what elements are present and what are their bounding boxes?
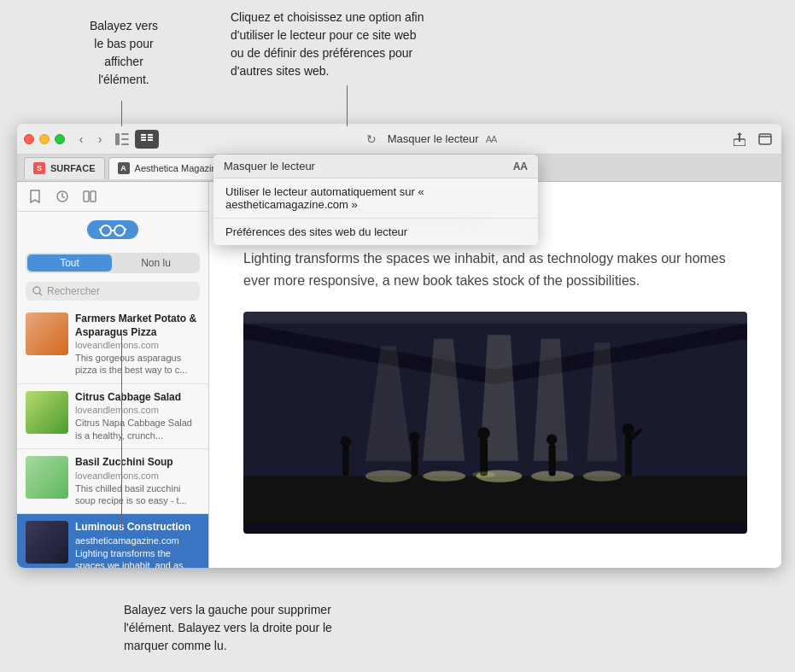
svg-rect-25 [243,476,747,523]
item-source: loveandlemons.com [75,470,200,481]
svg-rect-9 [148,139,153,141]
new-tab-button[interactable] [756,130,775,149]
svg-rect-2 [121,138,129,140]
list-item[interactable]: Basil Zucchini Soup loveandlemons.com Th… [17,449,208,514]
item-source: loveandlemons.com [75,340,200,350]
article-image [243,312,747,534]
svg-rect-14 [91,191,96,202]
address-center: ↻ Masquer le lecteur AA [362,130,497,149]
svg-point-16 [114,225,125,236]
item-title: Basil Zucchini Soup [75,456,200,470]
annotation-top-right: Cliquez et choisissez une option afind'u… [231,9,521,80]
dropdown-item-auto[interactable]: Utiliser le lecteur automatiquement sur … [213,178,538,219]
dropdown-item-prefs[interactable]: Préférences des sites web du lecteur [213,219,538,245]
svg-rect-37 [549,444,556,476]
svg-point-36 [477,428,489,440]
item-desc: Citrus Napa Cabbage Salad is a healthy, … [75,417,200,441]
refresh-button[interactable]: ↻ [362,130,381,149]
filter-tabs: Tout Non lu [26,253,200,273]
filter-all-tab[interactable]: Tout [27,254,112,272]
annotation-line-left-long [121,333,122,529]
article-intro: Lighting transforms the spaces we inhabi… [243,248,747,291]
list-item[interactable]: Citrus Cabbage Salad loveandlemons.com C… [17,384,208,449]
svg-rect-33 [412,442,418,476]
svg-rect-35 [480,438,488,476]
item-thumbnail [26,391,68,434]
svg-point-32 [341,436,352,447]
title-bar: ‹ › ↻ [17,124,781,155]
svg-point-38 [547,435,558,446]
tab-surface[interactable]: S SURFACE [24,157,105,179]
tab-surface-label: SURFACE [50,163,96,173]
item-desc: This chilled basil zucchini soup recipe … [75,482,200,507]
back-button[interactable]: ‹ [72,130,91,149]
reading-list-icon[interactable] [80,187,99,206]
dropdown-header: Masquer le lecteur AA [213,155,538,178]
svg-point-26 [365,470,412,482]
svg-rect-11 [759,134,771,144]
svg-point-17 [33,287,40,294]
annotation-top-left: Balayez versle bas pourafficherl'élément… [73,17,175,89]
svg-point-30 [583,471,622,482]
svg-rect-4 [141,134,146,136]
sidebar-icons-row [17,182,208,212]
svg-point-27 [423,471,465,482]
svg-rect-5 [141,137,146,138]
item-content: Luminous Construction aestheticamagazine… [75,521,200,568]
minimize-button[interactable] [39,134,50,144]
filter-unread-tab[interactable]: Non lu [114,254,198,272]
share-button[interactable] [730,130,749,149]
reader-mode-button[interactable] [135,130,159,149]
search-icon [32,286,43,296]
svg-rect-3 [121,143,129,145]
item-source: aestheticamagazine.com [75,535,200,546]
search-bar [26,282,200,301]
glasses-button[interactable] [87,220,138,239]
font-size-button[interactable]: AA [486,134,497,144]
item-desc: Lighting transforms the spaces we inhabi… [75,547,200,568]
dropdown-font-label: AA [513,161,528,172]
item-thumbnail [26,456,68,499]
reading-list: Farmers Market Potato & Asparagus Pizza … [17,306,208,568]
svg-point-42 [472,472,495,478]
forward-button[interactable]: › [91,130,109,149]
svg-point-40 [622,424,634,435]
reading-list-sidebar: Tout Non lu Farmers Market Potato & Aspa… [17,182,209,568]
svg-rect-13 [84,191,89,202]
item-content: Basil Zucchini Soup loveandlemons.com Th… [75,456,200,506]
svg-rect-0 [115,133,120,145]
svg-point-15 [101,225,111,236]
sidebar-toggle-button[interactable] [113,130,132,149]
item-thumbnail [26,521,68,564]
address-text: Masquer le lecteur [388,132,479,145]
bookmarks-icon[interactable] [26,187,44,206]
aesthetica-favicon: A [118,162,130,174]
search-input[interactable] [47,285,193,297]
item-desc: This gorgeous asparagus pizza is the bes… [75,352,200,377]
toolbar-right [730,130,775,149]
item-content: Farmers Market Potato & Asparagus Pizza … [75,313,200,377]
annotation-line-right [347,85,348,126]
article-svg [243,312,747,534]
traffic-lights [24,134,65,144]
svg-rect-8 [148,137,153,138]
maximize-button[interactable] [55,134,65,144]
item-source: loveandlemons.com [75,405,200,415]
address-bar-area: ↻ Masquer le lecteur AA [135,130,723,149]
item-content: Citrus Cabbage Salad loveandlemons.com C… [75,391,200,441]
list-item[interactable]: Farmers Market Potato & Asparagus Pizza … [17,306,208,384]
list-item-active[interactable]: Luminous Construction aestheticamagazine… [17,514,208,568]
item-title: Luminous Construction [75,521,200,535]
annotation-bottom: Balayez vers la gauche pour supprimerl'é… [124,601,332,655]
close-button[interactable] [24,134,34,144]
svg-point-34 [409,432,420,443]
surface-favicon: S [33,162,45,174]
reader-dropdown: Masquer le lecteur AA Utiliser le lecteu… [213,155,538,245]
item-title: Citrus Cabbage Salad [75,391,200,405]
annotation-line-left [121,101,122,126]
svg-rect-31 [342,446,348,476]
history-icon[interactable] [53,187,72,206]
svg-rect-7 [148,134,153,136]
browser-window: ‹ › ↻ [17,124,781,568]
item-title: Farmers Market Potato & Asparagus Pizza [75,313,200,339]
